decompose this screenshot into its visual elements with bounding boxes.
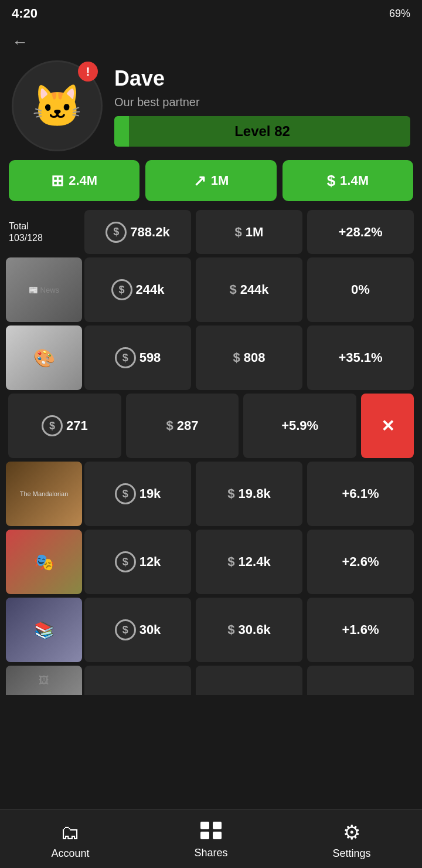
stats-row: ⊞ 2.4M ↗ 1M $ 1.4M xyxy=(0,160,422,210)
table-row: 🎨 $ 598 $ 808 +35.1% xyxy=(6,326,416,390)
dollar-sign: $ xyxy=(233,350,240,365)
dollar-sign: $ xyxy=(229,282,236,297)
stat-value-growth: 1M xyxy=(211,173,229,188)
table-row: 📚 $ 30k $ 30.6k +1.6% xyxy=(6,598,416,662)
row-cell-col3: +35.1% xyxy=(307,326,414,390)
table-row: 🖼 xyxy=(6,666,416,695)
row-cell-col2-nothumbs: $ 287 xyxy=(126,394,239,458)
circle-dollar-icon: $ xyxy=(42,415,63,436)
profile-name: Dave xyxy=(114,66,410,91)
table-header-col3: +28.2% xyxy=(307,210,414,254)
row-cell-col1-nothumbs: $ 271 xyxy=(8,394,121,458)
nav-label-shares: Shares xyxy=(194,847,227,859)
table-total-label: Total 103/128 xyxy=(6,221,82,243)
svg-rect-2 xyxy=(200,832,209,839)
row-cell-col1: $ 19k xyxy=(84,462,191,526)
level-bar: Level 82 xyxy=(114,116,410,147)
table-header-col1: $ 788.2k xyxy=(84,210,191,254)
shares-icon xyxy=(200,822,222,843)
status-bar: 4:20 69% xyxy=(0,0,422,27)
avatar-container: 🐱 ! xyxy=(12,60,103,151)
row-cell-col1: $ 598 xyxy=(84,326,191,390)
circle-dollar-icon: $ xyxy=(115,551,136,572)
svg-rect-0 xyxy=(200,822,209,829)
nav-label-account: Account xyxy=(51,847,89,860)
account-icon: 🗂 xyxy=(60,821,80,844)
settings-icon: ⚙ xyxy=(343,820,360,844)
row-cell-col1: $ 12k xyxy=(84,530,191,594)
svg-rect-1 xyxy=(213,822,222,829)
stat-button-portfolio[interactable]: ⊞ 2.4M xyxy=(9,160,139,201)
notification-badge: ! xyxy=(78,62,98,82)
circle-dollar-icon: $ xyxy=(111,279,132,300)
stat-value-portfolio: 2.4M xyxy=(69,173,97,188)
close-icon: ✕ xyxy=(381,416,394,436)
table-container: Total 103/128 $ 788.2k $ 1M +28.2% 📰 New… xyxy=(0,210,422,695)
nav-item-settings[interactable]: ⚙ Settings xyxy=(281,810,422,868)
row-cell-col1 xyxy=(84,666,191,695)
row-thumbnail-mandalorian[interactable]: The Mandalorian xyxy=(6,462,82,526)
back-button[interactable]: ← xyxy=(12,33,28,51)
row-cell-col3: +1.6% xyxy=(307,598,414,662)
table-row: $ 271 $ 287 +5.9% ✕ xyxy=(6,394,416,458)
row-thumbnail-sketch[interactable]: 🎨 xyxy=(6,326,82,390)
row-cell-col2: $ 244k xyxy=(196,257,302,322)
row-cell-col2 xyxy=(196,666,302,695)
profile-subtitle: Our best partner xyxy=(114,96,410,109)
circle-dollar-icon: $ xyxy=(115,483,136,504)
dollar-sign: $ xyxy=(227,622,234,638)
table-row: 📰 News $ 244k $ 244k 0% xyxy=(6,257,416,322)
row-cell-col2: $ 808 xyxy=(196,326,302,390)
nav-label-settings: Settings xyxy=(332,847,370,860)
profile-section: 🐱 ! Dave Our best partner Level 82 xyxy=(0,55,422,160)
row-cell-col2: $ 12.4k xyxy=(196,530,302,594)
row-cell-col1: $ 30k xyxy=(84,598,191,662)
stat-value-value: 1.4M xyxy=(340,173,369,188)
row-cell-col2: $ 19.8k xyxy=(196,462,302,526)
stat-button-value[interactable]: $ 1.4M xyxy=(283,160,413,201)
dollar-sign: $ xyxy=(227,554,234,569)
row-thumbnail-cartoon[interactable]: 🎭 xyxy=(6,530,82,594)
row-cell-col3: +6.1% xyxy=(307,462,414,526)
circle-dollar-icon: $ xyxy=(115,347,136,368)
row-cell-col1: $ 244k xyxy=(84,257,191,322)
nav-item-account[interactable]: 🗂 Account xyxy=(0,810,141,868)
dollar-icon-1: $ xyxy=(106,222,127,243)
profile-info: Dave Our best partner Level 82 xyxy=(114,60,410,147)
row-cell-col2: $ 30.6k xyxy=(196,598,302,662)
row-cell-col3: 0% xyxy=(307,257,414,322)
status-battery: 69% xyxy=(389,8,410,20)
table-header-col2: $ 1M xyxy=(196,210,302,254)
table-header-row: Total 103/128 $ 788.2k $ 1M +28.2% xyxy=(6,210,416,254)
row-cell-col3 xyxy=(307,666,414,695)
row-thumbnail-news[interactable]: 📰 News xyxy=(6,257,82,322)
value-icon: $ xyxy=(327,172,335,190)
table-row: The Mandalorian $ 19k $ 19.8k +6.1% xyxy=(6,462,416,526)
row-cell-col3-nothumbs: +5.9% xyxy=(243,394,356,458)
table-row: 🎭 $ 12k $ 12.4k +2.6% xyxy=(6,530,416,594)
bottom-nav: 🗂 Account Shares ⚙ Settings xyxy=(0,809,422,868)
header: ← xyxy=(0,27,422,55)
svg-rect-3 xyxy=(213,832,222,839)
nav-item-shares[interactable]: Shares xyxy=(141,810,281,868)
delete-button[interactable]: ✕ xyxy=(361,394,414,458)
dollar-sign: $ xyxy=(166,418,173,433)
growth-icon: ↗ xyxy=(193,172,206,190)
circle-dollar-icon: $ xyxy=(115,619,136,640)
dollar-sign: $ xyxy=(227,486,234,501)
row-thumbnail-comic[interactable]: 📚 xyxy=(6,598,82,662)
portfolio-icon: ⊞ xyxy=(51,172,64,190)
stat-button-growth[interactable]: ↗ 1M xyxy=(145,160,276,201)
dollar-sign-2: $ xyxy=(235,225,242,240)
row-cell-col3: +2.6% xyxy=(307,530,414,594)
status-time: 4:20 xyxy=(12,6,38,21)
level-text: Level 82 xyxy=(114,123,410,140)
row-thumbnail-partial[interactable]: 🖼 xyxy=(6,666,82,695)
